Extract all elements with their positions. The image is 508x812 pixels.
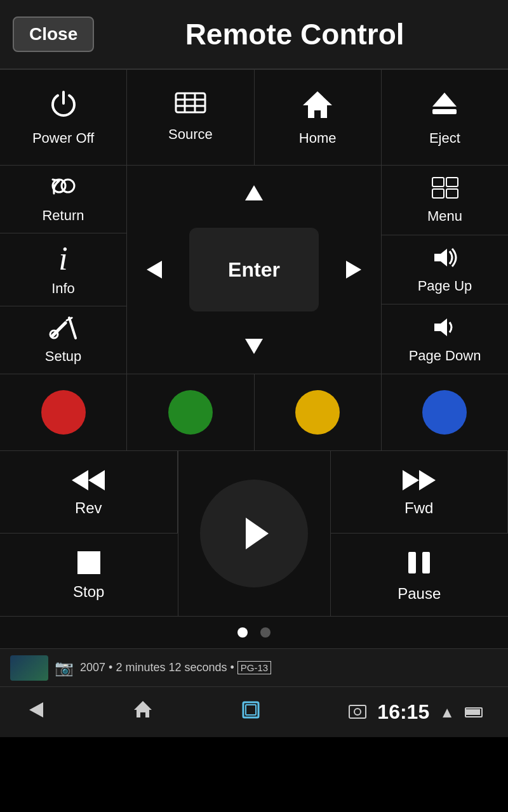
page-up-label: Page Up bbox=[418, 278, 472, 294]
source-button[interactable]: Source bbox=[127, 70, 254, 165]
stop-label: Stop bbox=[73, 583, 104, 601]
menu-button[interactable]: Menu bbox=[382, 166, 508, 235]
play-button[interactable] bbox=[200, 480, 308, 587]
svg-rect-35 bbox=[246, 705, 256, 715]
dpad-up-button[interactable] bbox=[184, 166, 324, 223]
page-up-icon bbox=[429, 245, 461, 273]
pb-left-col: Rev Stop bbox=[0, 451, 178, 616]
color-row bbox=[0, 374, 508, 451]
power-off-button[interactable]: Power Off bbox=[0, 70, 127, 165]
svg-marker-29 bbox=[419, 470, 436, 490]
source-label: Source bbox=[168, 126, 213, 143]
return-icon bbox=[48, 174, 79, 202]
page-down-button[interactable]: Page Down bbox=[382, 304, 508, 374]
svg-rect-20 bbox=[432, 189, 444, 198]
info-label: Info bbox=[51, 280, 75, 297]
stop-icon bbox=[75, 549, 103, 579]
svg-rect-19 bbox=[446, 178, 458, 187]
svg-point-9 bbox=[62, 180, 74, 192]
menu-icon bbox=[429, 175, 461, 203]
power-off-label: Power Off bbox=[32, 130, 94, 147]
thumbnail bbox=[10, 655, 48, 681]
recent-apps-button[interactable] bbox=[241, 700, 261, 725]
svg-marker-23 bbox=[434, 318, 447, 336]
svg-marker-5 bbox=[303, 91, 332, 118]
eject-button[interactable]: Eject bbox=[382, 70, 508, 165]
svg-rect-7 bbox=[432, 109, 457, 114]
return-label: Return bbox=[42, 207, 84, 224]
status-dot2: • bbox=[231, 661, 237, 674]
battery-icon bbox=[465, 707, 483, 717]
red-dot bbox=[41, 390, 86, 435]
close-button[interactable]: Close bbox=[13, 16, 94, 52]
green-button[interactable] bbox=[127, 374, 254, 450]
remote-body: Power Off Source Home bbox=[0, 70, 508, 648]
page-up-button[interactable]: Page Up bbox=[382, 235, 508, 305]
status-dot1: • bbox=[109, 661, 116, 674]
green-dot bbox=[168, 390, 213, 435]
status-rating: PG-13 bbox=[237, 661, 271, 674]
pause-button[interactable]: Pause bbox=[331, 534, 509, 616]
status-duration: 2 minutes 12 seconds bbox=[116, 661, 227, 674]
page-dot-2[interactable] bbox=[260, 627, 271, 638]
header: Close Remote Control bbox=[0, 0, 508, 70]
return-button[interactable]: Return bbox=[0, 166, 126, 233]
nav-bar: 16:15 ▲ bbox=[0, 686, 508, 737]
svg-marker-22 bbox=[434, 249, 447, 266]
back-nav-button[interactable] bbox=[25, 700, 46, 725]
status-meta: 2007 • 2 minutes 12 seconds • PG-13 bbox=[80, 661, 498, 674]
svg-marker-32 bbox=[29, 702, 43, 717]
svg-marker-6 bbox=[432, 93, 457, 107]
dpad-center: Enter bbox=[127, 166, 381, 374]
source-icon bbox=[175, 92, 206, 121]
dpad-corner-br bbox=[324, 317, 381, 374]
svg-rect-21 bbox=[446, 189, 458, 198]
enter-button[interactable]: Enter bbox=[189, 228, 319, 311]
enter-label: Enter bbox=[228, 258, 280, 282]
page-dot-1[interactable] bbox=[237, 627, 248, 638]
red-button[interactable] bbox=[0, 374, 127, 450]
nav-right: 16:15 ▲ bbox=[348, 700, 483, 724]
pause-icon bbox=[403, 547, 435, 581]
eject-icon bbox=[429, 89, 460, 125]
setup-button[interactable]: Setup bbox=[0, 306, 126, 374]
info-button[interactable]: i Info bbox=[0, 233, 126, 306]
blue-dot bbox=[422, 390, 467, 435]
play-center bbox=[178, 451, 331, 616]
svg-rect-0 bbox=[176, 93, 205, 112]
home-nav-button[interactable] bbox=[133, 700, 153, 725]
wifi-icon: ▲ bbox=[439, 704, 455, 721]
eject-label: Eject bbox=[429, 130, 460, 147]
dpad-corner-tl bbox=[127, 166, 184, 223]
svg-rect-31 bbox=[422, 552, 430, 573]
svg-rect-30 bbox=[408, 552, 416, 573]
svg-rect-26 bbox=[77, 551, 100, 574]
left-side: Return i Info Setup bbox=[0, 166, 127, 374]
home-button[interactable]: Home bbox=[255, 70, 382, 165]
rev-button[interactable]: Rev bbox=[0, 451, 178, 534]
nav-time: 16:15 bbox=[377, 700, 429, 724]
svg-rect-36 bbox=[349, 705, 366, 718]
right-side: Menu Page Up bbox=[381, 166, 508, 374]
yellow-button[interactable] bbox=[255, 374, 382, 450]
setup-label: Setup bbox=[45, 348, 82, 365]
page-down-icon bbox=[429, 315, 461, 343]
dpad-down-button[interactable] bbox=[184, 317, 324, 374]
svg-marker-28 bbox=[403, 470, 419, 490]
dpad-row: Return i Info Setup bbox=[0, 166, 508, 374]
playback-section: Rev Stop bbox=[0, 451, 508, 617]
fwd-button[interactable]: Fwd bbox=[331, 451, 509, 534]
dpad-corner-tr bbox=[324, 166, 381, 223]
fwd-icon bbox=[400, 468, 438, 495]
status-year: 2007 bbox=[80, 661, 105, 674]
svg-line-12 bbox=[69, 318, 76, 338]
page-indicators bbox=[0, 617, 508, 648]
pause-label: Pause bbox=[398, 585, 441, 603]
dpad-right-button[interactable] bbox=[324, 223, 381, 317]
stop-button[interactable]: Stop bbox=[0, 534, 178, 616]
dpad-corner-bl bbox=[127, 317, 184, 374]
svg-rect-18 bbox=[432, 178, 444, 187]
blue-button[interactable] bbox=[382, 374, 508, 450]
dpad-left-button[interactable] bbox=[127, 223, 184, 317]
home-icon bbox=[302, 89, 333, 125]
